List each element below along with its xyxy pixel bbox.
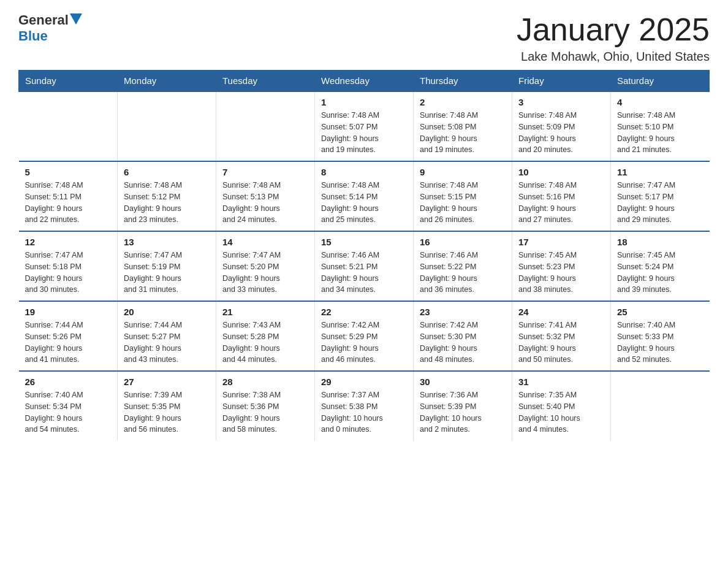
- logo: General Blue: [18, 12, 82, 44]
- day-info: Sunrise: 7:48 AM Sunset: 5:10 PM Dayligh…: [617, 110, 703, 156]
- day-number: 14: [222, 237, 308, 247]
- calendar-cell: 11Sunrise: 7:47 AM Sunset: 5:17 PM Dayli…: [611, 161, 710, 231]
- day-info: Sunrise: 7:40 AM Sunset: 5:34 PM Dayligh…: [25, 389, 112, 435]
- day-info: Sunrise: 7:44 AM Sunset: 5:27 PM Dayligh…: [124, 320, 210, 366]
- day-number: 6: [124, 167, 210, 177]
- day-number: 31: [518, 377, 604, 387]
- day-number: 29: [321, 377, 407, 387]
- day-info: Sunrise: 7:47 AM Sunset: 5:18 PM Dayligh…: [25, 250, 112, 296]
- calendar-cell: 1Sunrise: 7:48 AM Sunset: 5:07 PM Daylig…: [315, 91, 414, 161]
- header-day-sunday: Sunday: [19, 71, 118, 92]
- day-number: 25: [617, 307, 703, 317]
- calendar-cell: 9Sunrise: 7:48 AM Sunset: 5:15 PM Daylig…: [414, 161, 512, 231]
- day-info: Sunrise: 7:45 AM Sunset: 5:23 PM Dayligh…: [518, 250, 604, 296]
- calendar-week-2: 5Sunrise: 7:48 AM Sunset: 5:11 PM Daylig…: [19, 161, 710, 231]
- calendar-cell: 8Sunrise: 7:48 AM Sunset: 5:14 PM Daylig…: [315, 161, 414, 231]
- header-day-friday: Friday: [512, 71, 611, 92]
- calendar-cell: [19, 91, 118, 161]
- day-info: Sunrise: 7:48 AM Sunset: 5:15 PM Dayligh…: [420, 180, 506, 226]
- calendar-cell: 18Sunrise: 7:45 AM Sunset: 5:24 PM Dayli…: [611, 231, 710, 301]
- day-info: Sunrise: 7:35 AM Sunset: 5:40 PM Dayligh…: [518, 389, 604, 435]
- logo-triangle-icon: [70, 13, 82, 25]
- day-info: Sunrise: 7:38 AM Sunset: 5:36 PM Dayligh…: [222, 389, 308, 435]
- page-header: General Blue January 2025 Lake Mohawk, O…: [18, 12, 710, 64]
- calendar-cell: 2Sunrise: 7:48 AM Sunset: 5:08 PM Daylig…: [414, 91, 512, 161]
- day-info: Sunrise: 7:48 AM Sunset: 5:09 PM Dayligh…: [518, 110, 604, 156]
- day-number: 17: [518, 237, 604, 247]
- calendar-cell: 14Sunrise: 7:47 AM Sunset: 5:20 PM Dayli…: [216, 231, 315, 301]
- title-section: January 2025 Lake Mohawk, Ohio, United S…: [517, 12, 710, 64]
- calendar-cell: 17Sunrise: 7:45 AM Sunset: 5:23 PM Dayli…: [512, 231, 611, 301]
- calendar-cell: 12Sunrise: 7:47 AM Sunset: 5:18 PM Dayli…: [19, 231, 118, 301]
- calendar-table: SundayMondayTuesdayWednesdayThursdayFrid…: [18, 70, 710, 440]
- day-number: 4: [617, 97, 703, 107]
- day-info: Sunrise: 7:43 AM Sunset: 5:28 PM Dayligh…: [222, 320, 308, 366]
- day-number: 20: [124, 307, 210, 317]
- calendar-cell: 3Sunrise: 7:48 AM Sunset: 5:09 PM Daylig…: [512, 91, 611, 161]
- day-info: Sunrise: 7:40 AM Sunset: 5:33 PM Dayligh…: [617, 320, 703, 366]
- calendar-cell: 31Sunrise: 7:35 AM Sunset: 5:40 PM Dayli…: [512, 371, 611, 440]
- header-day-tuesday: Tuesday: [216, 71, 315, 92]
- calendar-cell: [611, 371, 710, 440]
- calendar-week-4: 19Sunrise: 7:44 AM Sunset: 5:26 PM Dayli…: [19, 301, 710, 371]
- day-info: Sunrise: 7:41 AM Sunset: 5:32 PM Dayligh…: [518, 320, 604, 366]
- day-info: Sunrise: 7:48 AM Sunset: 5:13 PM Dayligh…: [222, 180, 308, 226]
- day-info: Sunrise: 7:48 AM Sunset: 5:14 PM Dayligh…: [321, 180, 407, 226]
- day-number: 22: [321, 307, 407, 317]
- day-number: 5: [25, 167, 112, 177]
- calendar-cell: 28Sunrise: 7:38 AM Sunset: 5:36 PM Dayli…: [216, 371, 315, 440]
- day-info: Sunrise: 7:47 AM Sunset: 5:17 PM Dayligh…: [617, 180, 703, 226]
- day-number: 18: [617, 237, 703, 247]
- day-number: 21: [222, 307, 308, 317]
- day-number: 23: [420, 307, 506, 317]
- calendar-week-1: 1Sunrise: 7:48 AM Sunset: 5:07 PM Daylig…: [19, 91, 710, 161]
- day-number: 12: [25, 237, 112, 247]
- day-number: 27: [124, 377, 210, 387]
- calendar-subtitle: Lake Mohawk, Ohio, United States: [517, 50, 710, 64]
- header-row: SundayMondayTuesdayWednesdayThursdayFrid…: [19, 71, 710, 92]
- calendar-cell: 27Sunrise: 7:39 AM Sunset: 5:35 PM Dayli…: [118, 371, 216, 440]
- calendar-cell: 29Sunrise: 7:37 AM Sunset: 5:38 PM Dayli…: [315, 371, 414, 440]
- calendar-cell: 7Sunrise: 7:48 AM Sunset: 5:13 PM Daylig…: [216, 161, 315, 231]
- header-day-saturday: Saturday: [611, 71, 710, 92]
- day-info: Sunrise: 7:47 AM Sunset: 5:19 PM Dayligh…: [124, 250, 210, 296]
- calendar-cell: 5Sunrise: 7:48 AM Sunset: 5:11 PM Daylig…: [19, 161, 118, 231]
- header-day-wednesday: Wednesday: [315, 71, 414, 92]
- day-info: Sunrise: 7:44 AM Sunset: 5:26 PM Dayligh…: [25, 320, 112, 366]
- logo-blue: Blue: [18, 28, 48, 44]
- day-info: Sunrise: 7:46 AM Sunset: 5:21 PM Dayligh…: [321, 250, 407, 296]
- calendar-cell: 26Sunrise: 7:40 AM Sunset: 5:34 PM Dayli…: [19, 371, 118, 440]
- day-number: 26: [25, 377, 112, 387]
- day-info: Sunrise: 7:42 AM Sunset: 5:29 PM Dayligh…: [321, 320, 407, 366]
- calendar-cell: 15Sunrise: 7:46 AM Sunset: 5:21 PM Dayli…: [315, 231, 414, 301]
- calendar-cell: [118, 91, 216, 161]
- calendar-cell: 6Sunrise: 7:48 AM Sunset: 5:12 PM Daylig…: [118, 161, 216, 231]
- day-info: Sunrise: 7:42 AM Sunset: 5:30 PM Dayligh…: [420, 320, 506, 366]
- day-number: 16: [420, 237, 506, 247]
- day-number: 7: [222, 167, 308, 177]
- day-number: 3: [518, 97, 604, 107]
- calendar-cell: 25Sunrise: 7:40 AM Sunset: 5:33 PM Dayli…: [611, 301, 710, 371]
- calendar-cell: 22Sunrise: 7:42 AM Sunset: 5:29 PM Dayli…: [315, 301, 414, 371]
- header-day-thursday: Thursday: [414, 71, 512, 92]
- header-day-monday: Monday: [118, 71, 216, 92]
- day-number: 10: [518, 167, 604, 177]
- day-number: 1: [321, 97, 407, 107]
- day-info: Sunrise: 7:46 AM Sunset: 5:22 PM Dayligh…: [420, 250, 506, 296]
- calendar-cell: 23Sunrise: 7:42 AM Sunset: 5:30 PM Dayli…: [414, 301, 512, 371]
- day-number: 8: [321, 167, 407, 177]
- day-number: 24: [518, 307, 604, 317]
- day-number: 30: [420, 377, 506, 387]
- day-info: Sunrise: 7:48 AM Sunset: 5:12 PM Dayligh…: [124, 180, 210, 226]
- calendar-cell: 19Sunrise: 7:44 AM Sunset: 5:26 PM Dayli…: [19, 301, 118, 371]
- calendar-cell: 13Sunrise: 7:47 AM Sunset: 5:19 PM Dayli…: [118, 231, 216, 301]
- day-number: 28: [222, 377, 308, 387]
- day-info: Sunrise: 7:45 AM Sunset: 5:24 PM Dayligh…: [617, 250, 703, 296]
- day-number: 13: [124, 237, 210, 247]
- calendar-title: January 2025: [517, 12, 710, 47]
- day-info: Sunrise: 7:36 AM Sunset: 5:39 PM Dayligh…: [420, 389, 506, 435]
- day-info: Sunrise: 7:39 AM Sunset: 5:35 PM Dayligh…: [124, 389, 210, 435]
- day-number: 2: [420, 97, 506, 107]
- day-number: 19: [25, 307, 112, 317]
- calendar-cell: 4Sunrise: 7:48 AM Sunset: 5:10 PM Daylig…: [611, 91, 710, 161]
